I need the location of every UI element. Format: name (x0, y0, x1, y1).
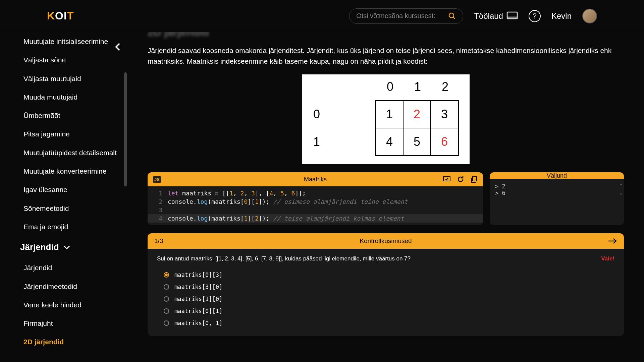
quiz-option[interactable]: maatriks[1][0] (157, 293, 614, 305)
quiz-title: Kontrollküsimused (360, 237, 412, 245)
sidebar-item[interactable]: Muuda muutujaid (23, 88, 121, 106)
avatar[interactable] (582, 9, 597, 23)
user-menu[interactable]: Kevin (551, 11, 572, 21)
sidebar-item[interactable]: Ümbermõõt (23, 106, 121, 125)
sidebar-item[interactable]: Ema ja emojid (23, 218, 121, 236)
quiz-feedback: Vale! (601, 255, 614, 262)
header: KOIT Töölaud ? Kevin (0, 0, 644, 32)
screen-icon (506, 11, 518, 21)
help-button[interactable]: ? (529, 10, 541, 22)
quiz-option-label: maatriks[1][0] (174, 296, 222, 302)
quiz-option-label: maatriks[0, 1] (174, 320, 222, 326)
sidebar-section-jarjendid[interactable]: Järjendid (20, 236, 121, 258)
dashboard-label: Töölaud (474, 11, 503, 21)
output-panel-title: Väljund (547, 172, 567, 179)
svg-line-1 (453, 17, 455, 19)
quiz-option-label: maatriks[0][3] (174, 272, 222, 278)
quiz-counter: 1/3 (154, 237, 163, 245)
dashboard-link[interactable]: Töölaud (474, 11, 518, 21)
quiz-option-label: maatriks[0][1] (174, 308, 222, 314)
content: 2D järjendid Järjendid saavad koosneda o… (127, 32, 644, 362)
collapse-sidebar-button[interactable] (115, 42, 121, 52)
radio-button[interactable] (164, 296, 169, 302)
sidebar: Muutujate initsialiseerimineVäljasta sõn… (0, 32, 127, 362)
code-line[interactable]: 3 (148, 206, 483, 214)
quiz-option[interactable]: maatriks[0, 1] (157, 317, 614, 329)
sidebar-item[interactable]: Väljasta sõne (23, 51, 121, 69)
page-title: 2D järjendid (148, 32, 624, 39)
radio-button[interactable] (164, 308, 169, 314)
sidebar-item[interactable]: Sõnemeetodid (23, 199, 121, 218)
matrix-col-label: 0 (376, 80, 404, 94)
output-scroll-hint[interactable]: ▴≡ (620, 181, 623, 196)
sidebar-item[interactable]: Järjendimeetodid (23, 277, 121, 296)
output-line: > 2 (495, 183, 619, 190)
matrix-col-label: 2 (431, 80, 459, 94)
svg-rect-5 (473, 176, 477, 181)
quiz-option[interactable]: maatriks[0][3] (157, 269, 614, 281)
search-input[interactable] (356, 12, 448, 20)
radio-button[interactable] (164, 284, 169, 290)
help-icon: ? (533, 12, 537, 20)
output-line: > 6 (495, 190, 619, 196)
matrix-cell: 6 (431, 128, 458, 156)
sidebar-item[interactable]: Vene keele hinded (23, 296, 121, 314)
quiz-question-text: Sul on antud maatriks: [[1, 2, 3, 4], [5… (157, 255, 411, 262)
quiz-panel: 1/3 Kontrollküsimused Sul on antud maatr… (148, 233, 624, 336)
save-icon[interactable] (443, 176, 451, 183)
chevron-down-icon (63, 245, 70, 250)
sidebar-item[interactable]: Muutujate initsialiseerimine (23, 32, 121, 51)
sidebar-item[interactable]: Väljasta muutujaid (23, 69, 121, 88)
quiz-option[interactable]: maatriks[0][1] (157, 305, 614, 317)
code-body[interactable]: 1let maatriks = [[1, 2, 3], [4, 5, 6]];2… (148, 186, 483, 225)
matrix-col-label: 1 (404, 80, 431, 94)
quiz-option-label: maatriks[3][0] (174, 284, 222, 290)
intro-text: Järjendid saavad koosneda omakorda järje… (148, 45, 624, 66)
output-body: ▴≡ > 2> 6 (490, 179, 624, 225)
matrix-cell: 2 (403, 101, 431, 128)
radio-button[interactable] (164, 320, 169, 326)
sidebar-item[interactable]: Muutujate konverteerimine (23, 162, 121, 180)
quiz-option[interactable]: maatriks[3][0] (157, 281, 614, 293)
matrix-diagram: 012 01 123456 (302, 74, 470, 164)
matrix-cell: 3 (431, 101, 458, 128)
matrix-cell: 5 (403, 128, 431, 156)
matrix-row-label: 1 (310, 128, 323, 156)
sidebar-item[interactable]: Igav ülesanne (23, 180, 121, 199)
js-badge: JS (153, 176, 161, 183)
svg-rect-4 (443, 176, 450, 181)
output-panel: Väljund ▴≡ > 2> 6 (490, 172, 624, 225)
sidebar-item[interactable]: Pitsa jagamine (23, 125, 121, 143)
search-icon[interactable] (448, 12, 456, 20)
svg-rect-2 (507, 12, 517, 19)
matrix-cell: 1 (376, 101, 403, 128)
svg-point-0 (449, 13, 454, 18)
code-line[interactable]: 4console.log(maatriks[1][2]); // teise a… (148, 214, 483, 223)
sidebar-item[interactable]: 2D järjendid (23, 333, 121, 351)
username: Kevin (551, 11, 572, 21)
sidebar-scrollbar[interactable] (124, 72, 127, 186)
code-panel-header: JS Maatriks (148, 172, 483, 186)
code-panel: JS Maatriks 1let maatriks = (148, 172, 483, 225)
matrix-row-label: 0 (310, 101, 323, 128)
reload-icon[interactable] (457, 176, 464, 183)
code-line[interactable]: 1let maatriks = [[1, 2, 3], [4, 5, 6]]; (148, 189, 483, 197)
sidebar-section-label: Järjendid (20, 242, 59, 252)
radio-button[interactable] (164, 272, 169, 278)
code-line[interactable]: 2console.log(maatriks[0][1]); // esimese… (148, 197, 483, 206)
code-panel-title: Maatriks (304, 176, 327, 183)
copy-icon[interactable] (470, 176, 478, 183)
quiz-header: 1/3 Kontrollküsimused (148, 233, 624, 249)
matrix-cell: 4 (376, 128, 403, 156)
quiz-question: Sul on antud maatriks: [[1, 2, 3, 4], [5… (157, 255, 614, 262)
output-panel-header: Väljund (490, 172, 624, 179)
logo[interactable]: KOIT (47, 10, 74, 22)
search-box[interactable] (349, 8, 463, 24)
sidebar-item[interactable]: Muutujatüüpidest detailsemalt (23, 143, 121, 162)
sidebar-item[interactable]: Järjendid (23, 258, 121, 277)
sidebar-item[interactable]: Firmajuht (23, 314, 121, 333)
quiz-next-button[interactable] (608, 238, 617, 244)
